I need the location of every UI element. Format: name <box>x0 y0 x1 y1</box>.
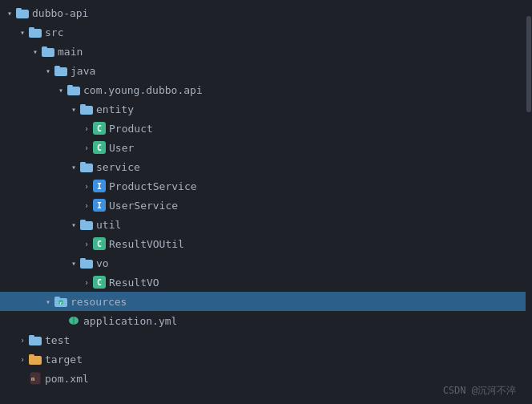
tree-item-Product[interactable]: Product <box>0 119 532 138</box>
chevron-icon <box>67 218 80 231</box>
tree-item-java[interactable]: java <box>0 61 532 80</box>
tree-item-dubbo-api[interactable]: dubbo-api <box>0 3 532 22</box>
chevron-icon <box>3 6 16 19</box>
interface-icon <box>93 180 106 192</box>
watermark: CSDN @沉河不淬 <box>443 384 516 398</box>
item-label: resources <box>71 296 526 308</box>
tree-item-User[interactable]: User <box>0 138 532 157</box>
chevron-icon <box>16 333 29 346</box>
chevron-icon <box>67 257 80 269</box>
svg-rect-11 <box>80 104 86 107</box>
item-label: UserService <box>109 200 526 212</box>
svg-rect-7 <box>54 66 60 69</box>
item-label: com.young.dubbo.api <box>83 84 526 96</box>
folder-target-icon <box>29 354 42 365</box>
tree-item-ResultVO[interactable]: ResultVO <box>0 273 532 292</box>
chevron-icon <box>80 141 93 154</box>
svg-rect-5 <box>42 46 47 50</box>
svg-rect-19 <box>54 297 60 300</box>
class-icon <box>93 237 106 250</box>
tree-item-ProductService[interactable]: ProductService <box>0 176 532 196</box>
item-label: application.yml <box>83 315 526 327</box>
item-label: src <box>45 26 526 38</box>
item-label: vo <box>96 257 526 269</box>
item-label: test <box>45 334 526 346</box>
folder-icon <box>80 161 93 172</box>
svg-rect-13 <box>80 162 86 165</box>
chevron-icon <box>67 103 80 115</box>
svg-rect-3 <box>29 27 34 30</box>
folder-icon <box>29 334 42 345</box>
svg-rect-9 <box>67 85 73 88</box>
chevron-icon <box>80 122 93 135</box>
svg-rect-28 <box>29 354 34 358</box>
item-label: ResultVOUtil <box>109 238 526 250</box>
class-icon <box>93 276 106 289</box>
folder-icon <box>42 46 54 57</box>
chevron-icon <box>80 237 93 250</box>
xml-icon: m <box>29 372 42 385</box>
folder-icon <box>80 257 93 269</box>
folder-icon <box>29 26 42 38</box>
item-label: java <box>71 65 526 77</box>
chevron-icon <box>16 26 29 38</box>
yaml-icon <box>67 314 80 327</box>
svg-rect-17 <box>80 258 86 261</box>
item-label: pom.xml <box>45 373 526 385</box>
chevron-icon <box>80 276 93 289</box>
svg-text:m: m <box>31 376 34 382</box>
file-tree: dubbo-api src main java com.young.dubbo.… <box>0 0 532 404</box>
tree-item-util[interactable]: util <box>0 215 532 234</box>
item-label: main <box>58 46 526 58</box>
item-label: dubbo-api <box>32 7 526 19</box>
scrollbar[interactable] <box>526 0 532 404</box>
tree-item-service[interactable]: service <box>0 157 532 176</box>
svg-rect-15 <box>80 220 86 223</box>
tree-item-UserService[interactable]: UserService <box>0 196 532 215</box>
item-label: service <box>96 161 526 173</box>
tree-item-application.yml[interactable]: application.yml <box>0 311 532 330</box>
tree-item-resources[interactable]: r resources <box>0 292 532 311</box>
chevron-icon <box>80 180 93 192</box>
item-label: ResultVO <box>109 277 526 289</box>
svg-rect-26 <box>29 335 34 338</box>
chevron-icon <box>42 64 54 77</box>
svg-text:r: r <box>59 301 62 305</box>
chevron-icon <box>42 295 54 308</box>
tree-item-test[interactable]: test <box>0 330 532 349</box>
tree-item-vo[interactable]: vo <box>0 253 532 273</box>
folder-icon <box>80 219 93 230</box>
item-label: ProductService <box>109 180 526 192</box>
folder-icon <box>54 65 67 76</box>
item-label: entity <box>96 103 526 115</box>
class-icon <box>93 122 106 135</box>
svg-rect-1 <box>16 8 22 11</box>
tree-item-target[interactable]: target <box>0 349 532 369</box>
tree-item-src[interactable]: src <box>0 22 532 42</box>
item-label: Product <box>109 123 526 135</box>
item-label: util <box>96 219 526 231</box>
class-icon <box>93 141 106 154</box>
tree-item-entity[interactable]: entity <box>0 99 532 119</box>
chevron-icon <box>80 199 93 212</box>
folder-icon <box>80 103 93 115</box>
folder-resources-icon: r <box>54 296 67 307</box>
chevron-icon <box>54 83 67 96</box>
scrollbar-thumb[interactable] <box>526 16 531 112</box>
tree-item-ResultVOUtil[interactable]: ResultVOUtil <box>0 234 532 253</box>
item-label: target <box>45 354 526 366</box>
chevron-icon <box>29 45 42 58</box>
tree-item-com.young.dubbo.api[interactable]: com.young.dubbo.api <box>0 80 532 99</box>
interface-icon <box>93 199 106 212</box>
chevron-icon <box>16 353 29 366</box>
item-label: User <box>109 142 526 154</box>
folder-icon <box>67 84 80 95</box>
tree-item-main[interactable]: main <box>0 42 532 61</box>
folder-icon <box>16 7 29 18</box>
chevron-icon <box>67 160 80 173</box>
